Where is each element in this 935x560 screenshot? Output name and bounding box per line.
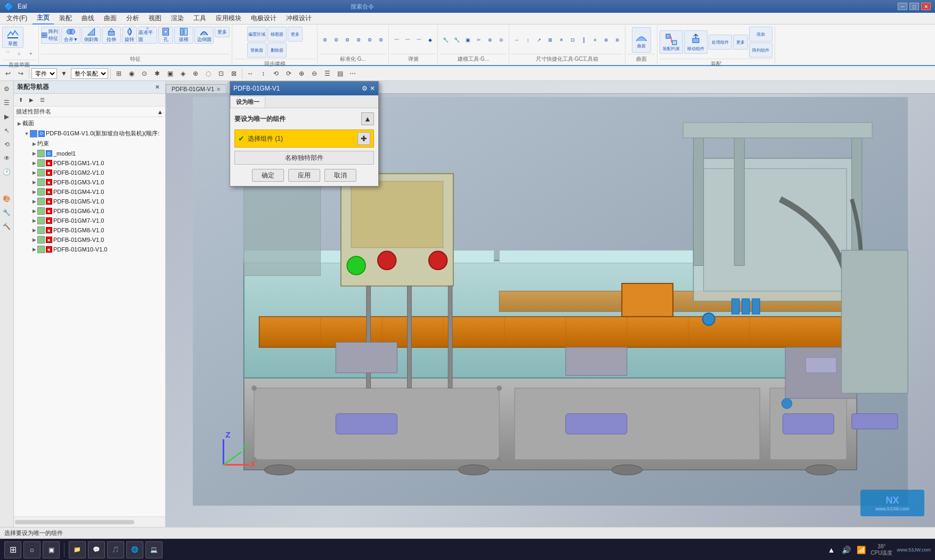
menu-view[interactable]: 视图 bbox=[144, 13, 166, 24]
nav-btn-3[interactable]: ☰ bbox=[37, 95, 47, 105]
menu-tools[interactable]: 工具 bbox=[189, 13, 210, 24]
left-icon-cursor[interactable]: ↖ bbox=[1, 125, 13, 136]
left-icon-clock[interactable]: 🕐 bbox=[1, 166, 13, 178]
expand-root[interactable]: ▼ bbox=[23, 131, 30, 137]
ribbon-icon-chamfer[interactable]: 倒斜角 bbox=[82, 27, 101, 44]
toolbar-btn-view7[interactable]: ☰ bbox=[321, 68, 333, 79]
ribbon-icon-s3[interactable]: ⚙ bbox=[342, 35, 353, 45]
menu-curve[interactable]: 曲线 bbox=[77, 13, 99, 24]
dialog-apply-btn[interactable]: 应用 bbox=[288, 169, 320, 182]
close-button[interactable]: ✕ bbox=[921, 3, 931, 10]
ribbon-icon-array[interactable]: 阵列特征 bbox=[41, 27, 60, 44]
checkbox-gm4[interactable] bbox=[37, 188, 45, 196]
ribbon-icon-surface1[interactable]: 曲面 bbox=[632, 27, 651, 53]
tree-item-root[interactable]: ▼ D PDFB-01GM-V1.0(新加坡自动包装机)(顺序: bbox=[14, 128, 165, 139]
menu-analysis[interactable]: 分析 bbox=[122, 13, 143, 24]
ribbon-icon-more-feature[interactable]: 更多 bbox=[215, 27, 230, 37]
expand-constraint[interactable]: ▶ bbox=[31, 141, 37, 147]
ribbon-icon-replace[interactable]: 拔模 bbox=[174, 27, 193, 44]
toolbar-btn-4[interactable]: ✱ bbox=[151, 68, 163, 79]
ribbon-icon-replace-face[interactable]: 替换面 bbox=[247, 43, 266, 58]
toolbar-btn-7[interactable]: ⊕ bbox=[190, 68, 201, 79]
ribbon-icon-s5[interactable]: ⚙ bbox=[364, 35, 375, 45]
left-icon-eye[interactable]: 👁 bbox=[1, 152, 13, 164]
scrollbar-thumb[interactable] bbox=[15, 520, 134, 524]
ribbon-icon-plus[interactable]: + bbox=[26, 49, 36, 59]
left-icon-wrench[interactable]: 🔨 bbox=[1, 221, 13, 232]
ribbon-icon-d7[interactable]: ║ bbox=[579, 35, 589, 45]
menu-surface[interactable]: 曲面 bbox=[100, 13, 121, 24]
dialog-cancel-btn[interactable]: 取消 bbox=[324, 169, 356, 182]
ribbon-icon-s2[interactable]: ⚙ bbox=[331, 35, 342, 45]
ribbon-icon-s6[interactable]: ⚙ bbox=[376, 35, 386, 45]
left-icon-arrow[interactable]: ▶ bbox=[1, 111, 13, 123]
checkbox-gm9[interactable] bbox=[37, 236, 45, 244]
left-icon-layers[interactable]: ☰ bbox=[1, 97, 13, 109]
ribbon-icon-edge-blend[interactable]: 边倒圆 bbox=[194, 27, 214, 44]
ribbon-icon-d3[interactable]: ↗ bbox=[534, 35, 544, 45]
ribbon-icon-d5[interactable]: ✕ bbox=[556, 35, 567, 45]
nav-btn-1[interactable]: ⬆ bbox=[16, 95, 26, 105]
ribbon-icon-circle[interactable]: ○ bbox=[14, 49, 25, 59]
dialog-name-unique-btn[interactable]: 名称独特部件 bbox=[234, 151, 374, 165]
ribbon-icon-b1[interactable]: 🔧 bbox=[440, 35, 451, 45]
ribbon-icon-revolve[interactable]: 旋转 bbox=[122, 27, 137, 44]
ribbon-icon-offset-region[interactable]: 偏置区域 bbox=[247, 27, 266, 42]
tray-icon-network[interactable]: 📶 bbox=[856, 545, 866, 555]
menu-render[interactable]: 渲染 bbox=[167, 13, 188, 24]
dialog-confirm-btn[interactable]: 确定 bbox=[252, 169, 284, 182]
tree-item-gm2[interactable]: ▶ ■ PDFB-01GM2-V1.0 bbox=[14, 168, 165, 177]
menu-assembly[interactable]: 装配 bbox=[55, 13, 76, 24]
tree-item-constraint[interactable]: ▶ 约束 bbox=[14, 139, 165, 149]
navigator-close[interactable]: ✕ bbox=[152, 84, 162, 91]
ribbon-icon-sp3[interactable]: 〰 bbox=[413, 35, 424, 45]
ribbon-icon-pull[interactable]: 基准平面 bbox=[138, 27, 157, 44]
ribbon-icon-b3[interactable]: ▣ bbox=[462, 35, 473, 45]
checkbox-gm1[interactable] bbox=[37, 159, 45, 167]
viewport[interactable]: PDFB-01GM-V1 ✕ 设为唯一 ✕ bbox=[166, 81, 935, 527]
tree-item-model1[interactable]: ▶ D _model1 bbox=[14, 149, 165, 158]
left-icon-palette[interactable]: 🎨 bbox=[1, 193, 13, 205]
ribbon-icon-merge[interactable]: 合并▼ bbox=[61, 27, 80, 44]
toolbar-btn-view5[interactable]: ⊕ bbox=[296, 68, 307, 79]
minimize-button[interactable]: ─ bbox=[898, 3, 907, 10]
toolbar-btn-3[interactable]: ⊙ bbox=[139, 68, 150, 79]
dialog-tab-unique[interactable]: 设为唯一 bbox=[230, 96, 265, 108]
toolbar-btn-view6[interactable]: ⊖ bbox=[308, 68, 320, 79]
taskbar-browser-btn[interactable]: 🌐 bbox=[126, 541, 143, 558]
toolbar-btn-view3[interactable]: ⟲ bbox=[270, 68, 282, 79]
toolbar-btn-9[interactable]: ⊡ bbox=[215, 68, 227, 79]
ribbon-icon-d6[interactable]: ⊡ bbox=[567, 35, 578, 45]
ribbon-icon-d8[interactable]: ≡ bbox=[590, 35, 600, 45]
navigator-scrollbar[interactable] bbox=[14, 516, 165, 527]
ribbon-icon-sp4[interactable]: ◆ bbox=[425, 35, 435, 45]
tree-item-gm8[interactable]: ▶ ■ PDFB-01GM8-V1.0 bbox=[14, 225, 165, 235]
ribbon-icon-s1[interactable]: ⚙ bbox=[320, 35, 330, 45]
menu-electrode[interactable]: 电极设计 bbox=[247, 13, 281, 24]
ribbon-icon-extrude[interactable]: 拉伸 bbox=[102, 27, 121, 44]
checkbox-gm6[interactable] bbox=[37, 207, 45, 215]
toolbar-btn-6[interactable]: ◈ bbox=[177, 68, 189, 79]
ribbon-icon-s4[interactable]: ⚙ bbox=[353, 35, 364, 45]
checkbox-root[interactable] bbox=[30, 130, 37, 137]
ribbon-icon-sp1[interactable]: 〰 bbox=[391, 35, 402, 45]
left-icon-tool[interactable]: 🔧 bbox=[1, 207, 13, 218]
taskbar-music-btn[interactable]: 🎵 bbox=[107, 541, 124, 558]
left-icon-settings[interactable]: ⚙ bbox=[1, 83, 13, 95]
checkbox-gm5[interactable] bbox=[37, 198, 45, 205]
tree-item-gm4[interactable]: ▶ ■ PDFB-01GM4-V1.0 bbox=[14, 187, 165, 197]
menu-apps[interactable]: 应用模块 bbox=[212, 13, 246, 24]
ribbon-icon-d1[interactable]: ↔ bbox=[511, 35, 522, 45]
toolbar-select-part[interactable]: 零件 bbox=[31, 68, 57, 79]
checkbox-gm10[interactable] bbox=[37, 246, 45, 253]
tree-item-gm10[interactable]: ▶ ■ PDFB-01GM10-V1.0 bbox=[14, 245, 165, 254]
dialog-add-btn[interactable]: ✚ bbox=[357, 132, 370, 145]
tree-item-gm6[interactable]: ▶ ■ PDFB-01GM6-V1.0 bbox=[14, 206, 165, 216]
nav-btn-2[interactable]: ▶ bbox=[27, 95, 36, 105]
dialog-close-btn[interactable]: ✕ bbox=[370, 85, 375, 92]
toolbar-btn-view9[interactable]: ⋯ bbox=[347, 68, 359, 79]
tray-icon-1[interactable]: ▲ bbox=[826, 545, 836, 555]
taskbar-wechat-btn[interactable]: 💬 bbox=[88, 541, 105, 558]
toolbar-btn-view1[interactable]: ↔ bbox=[245, 68, 256, 79]
ribbon-icon-d4[interactable]: ⊠ bbox=[545, 35, 556, 45]
